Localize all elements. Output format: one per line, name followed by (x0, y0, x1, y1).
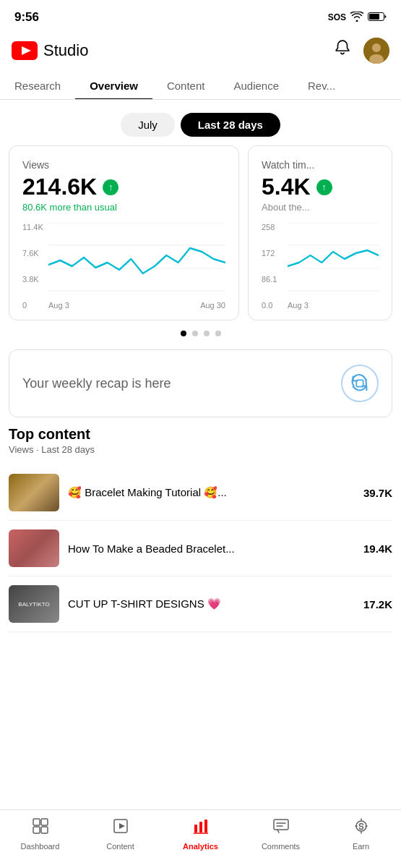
svg-rect-19 (41, 827, 48, 833)
period-selector: July Last 28 days (0, 100, 401, 145)
stats-cards-wrapper: Views 214.6K ↑ 80.6K more than usual 11.… (0, 145, 401, 320)
app-header: Studio (0, 32, 401, 72)
tab-audience[interactable]: Audience (219, 72, 293, 99)
dot-1[interactable] (181, 331, 186, 336)
tab-content[interactable]: Content (152, 72, 220, 99)
chart-svg (48, 223, 225, 292)
recap-text: Your weekly recap is here (22, 376, 171, 391)
nav-tabs: Research Overview Content Audience Rev..… (0, 72, 401, 100)
y-label-4: 0 (22, 301, 43, 310)
carousel-dots (0, 320, 401, 341)
views-chart: 11.4K 7.6K 3.8K 0 (22, 223, 225, 310)
dashboard-icon (32, 817, 49, 839)
svg-point-5 (372, 43, 381, 52)
analytics-icon (192, 817, 210, 839)
content-item-2[interactable]: How To Make a Beaded Bracelet... 19.4K (9, 521, 392, 576)
avatar[interactable] (363, 38, 389, 64)
wifi-icon (350, 12, 363, 24)
y-label-1: 11.4K (22, 223, 43, 231)
weekly-recap-card[interactable]: Your weekly recap is here (9, 349, 392, 417)
notification-bell-icon[interactable] (333, 39, 352, 62)
svg-rect-22 (194, 825, 197, 833)
dot-3[interactable] (204, 331, 210, 336)
content-item-1[interactable]: 🥰 Bracelet Making Tutorial 🥰... 39.7K (9, 465, 392, 521)
watch-x-labels: Aug 3 (288, 298, 379, 310)
views-label: Views (22, 159, 225, 171)
tab-revenue[interactable]: Rev... (293, 72, 350, 99)
status-time: 9:56 (14, 10, 39, 25)
y-label-2: 7.6K (22, 249, 43, 258)
watch-time-trend-icon: ↑ (316, 179, 332, 195)
nav-earn[interactable]: Earn (340, 817, 383, 851)
svg-rect-16 (33, 819, 40, 825)
svg-rect-18 (33, 827, 40, 833)
nav-content-label: Content (106, 842, 134, 851)
top-content-subtitle: Views · Last 28 days (9, 444, 392, 455)
wy-label-2: 172 (262, 249, 277, 258)
svg-rect-1 (369, 14, 379, 20)
recap-refresh-icon (341, 365, 379, 402)
wx-label-start: Aug 3 (288, 301, 309, 310)
cards-row: Views 214.6K ↑ 80.6K more than usual 11.… (9, 145, 392, 320)
y-label-3: 3.8K (22, 275, 43, 284)
views-value: 214.6K (22, 174, 97, 200)
wy-label-3: 86.1 (262, 275, 277, 284)
nav-comments-label: Comments (262, 842, 300, 851)
app-title: Studio (43, 41, 88, 60)
watch-time-value: 5.4K (262, 174, 311, 200)
x-label-end: Aug 30 (200, 301, 225, 310)
nav-dashboard[interactable]: Dashboard (19, 817, 62, 851)
watch-chart-svg-wrap (288, 223, 379, 292)
content-thumb-1 (9, 474, 59, 511)
wy-label-1: 258 (262, 223, 277, 231)
content-views-3: 17.2K (363, 598, 392, 610)
watch-time-sub: About the... (262, 202, 379, 213)
nav-content[interactable]: Content (99, 817, 142, 851)
watch-time-chart: 258 172 86.1 0.0 Aug 3 (262, 223, 379, 310)
views-stats-card: Views 214.6K ↑ 80.6K more than usual 11.… (9, 145, 239, 320)
svg-rect-26 (274, 820, 288, 830)
watch-time-label: Watch tim... (262, 159, 379, 171)
content-views-2: 19.4K (363, 542, 392, 555)
status-bar: 9:56 SOS (0, 0, 401, 32)
last28-button[interactable]: Last 28 days (181, 113, 280, 137)
tab-overview[interactable]: Overview (75, 72, 152, 99)
header-actions (333, 38, 389, 64)
status-icons: SOS (328, 12, 387, 24)
nav-dashboard-label: Dashboard (21, 842, 60, 851)
youtube-logo (12, 41, 38, 60)
watch-time-value-row: 5.4K ↑ (262, 174, 379, 200)
bottom-nav: Dashboard Content Analytics (0, 809, 401, 868)
content-thumb-2 (9, 529, 59, 567)
sos-indicator: SOS (328, 12, 346, 22)
svg-rect-17 (41, 819, 48, 825)
svg-rect-23 (199, 822, 202, 833)
comments-icon (272, 817, 290, 839)
nav-analytics[interactable]: Analytics (179, 817, 223, 851)
top-content-section: Top content Views · Last 28 days 🥰 Brace… (9, 426, 392, 632)
svg-marker-21 (119, 823, 125, 829)
nav-comments[interactable]: Comments (259, 817, 303, 851)
content-title-2: How To Make a Beaded Bracelet... (68, 542, 355, 555)
views-trend-up-icon: ↑ (103, 179, 118, 195)
content-title-3: CUT UP T-SHIRT DESIGNS 💗 (68, 597, 355, 610)
x-label-start: Aug 3 (48, 301, 69, 310)
earn-icon (353, 817, 370, 839)
svg-rect-24 (204, 820, 207, 833)
dot-4[interactable] (215, 331, 221, 336)
wy-label-4: 0.0 (262, 301, 277, 310)
nav-earn-label: Earn (353, 842, 369, 851)
dot-2[interactable] (192, 331, 198, 336)
july-button[interactable]: July (121, 113, 175, 137)
chart-x-labels: Aug 3 Aug 30 (48, 298, 225, 310)
watch-time-stats-card: Watch tim... 5.4K ↑ About the... 258 172… (248, 145, 392, 320)
content-item-3[interactable]: BALYTIKTO CUT UP T-SHIRT DESIGNS 💗 17.2K (9, 576, 392, 632)
logo-area: Studio (12, 41, 88, 60)
content-views-1: 39.7K (363, 487, 392, 499)
content-title-1: 🥰 Bracelet Making Tutorial 🥰... (68, 486, 355, 499)
chart-svg-wrap (48, 223, 225, 292)
tab-research[interactable]: Research (0, 72, 75, 99)
watch-chart-y-labels: 258 172 86.1 0.0 (262, 223, 277, 310)
nav-analytics-label: Analytics (183, 842, 218, 851)
content-thumb-3: BALYTIKTO (9, 585, 59, 623)
